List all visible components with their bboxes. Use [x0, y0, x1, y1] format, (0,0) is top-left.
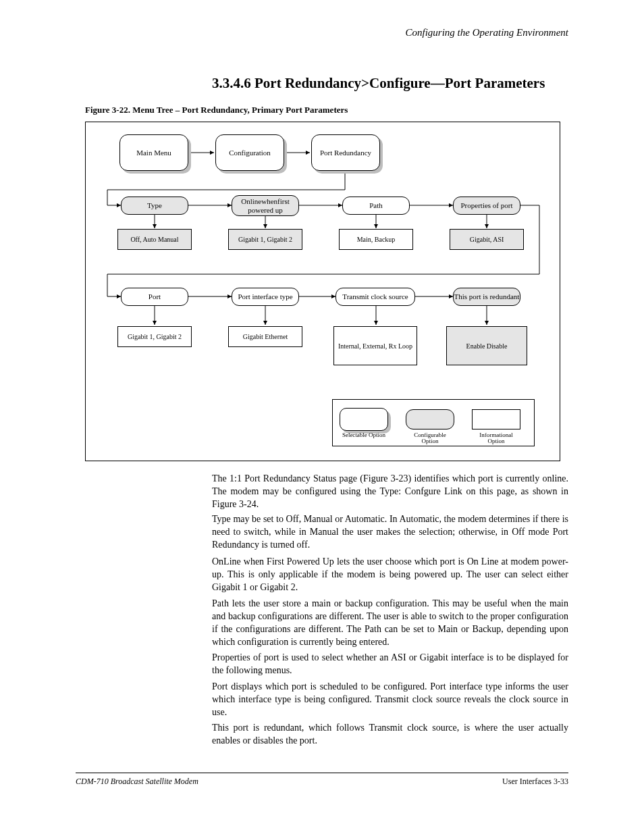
legend-box: Selectable Option Configurable Option In…: [332, 399, 535, 446]
chapter-header: Configuring the Operating Environment: [405, 27, 568, 38]
opt-this-port-redundant: Enable Disable: [446, 326, 527, 365]
flow-tx-clock: Transmit clock source: [336, 288, 415, 306]
legend-configurable-swatch: [406, 409, 454, 429]
flow-port-if-type: Port interface type: [232, 288, 299, 306]
flow-port-redundancy: Port Redundancy: [311, 134, 380, 171]
para-properties-of-port: Properties of port is used to select whe…: [212, 652, 568, 677]
footer-rule: [76, 773, 568, 773]
opt-online: Gigabit 1, Gigabit 2: [228, 229, 302, 250]
opt-path: Main, Backup: [339, 229, 413, 250]
footer-left: CDM-710 Broadcast Satellite Modem: [76, 777, 198, 787]
opt-port-if-type: Gigabit Ethernet: [228, 326, 302, 347]
para-overview: The 1:1 Port Redundancy Status page (Fig…: [212, 473, 568, 511]
para-port-clock: Port displays which port is scheduled to…: [212, 681, 568, 719]
para-path: Path lets the user store a main or backu…: [212, 598, 568, 649]
flow-path: Path: [342, 197, 410, 215]
legend-selectable-label: Selectable Option: [340, 432, 388, 438]
opt-port: Gigabit 1, Gigabit 2: [117, 326, 192, 347]
flow-online-powerup: Onlinewhenfirst powered up: [232, 195, 299, 216]
document-page: Configuring the Operating Environment 3.…: [0, 0, 644, 834]
flow-type: Type: [121, 197, 188, 215]
flow-properties-of-port: Properties of port: [453, 197, 520, 215]
legend-selectable-swatch: [340, 408, 388, 431]
flow-port: Port: [121, 288, 188, 306]
para-online: OnLine when First Powered Up lets the us…: [212, 556, 568, 594]
footer-right: User Interfaces 3-33: [502, 777, 568, 787]
opt-tx-clock: Internal, External, Rx Loop: [333, 326, 417, 365]
para-type: Type may be set to Off, Manual or Automa…: [212, 513, 568, 552]
legend-configurable-label: Configurable Option: [406, 432, 454, 445]
flow-configuration: Configuration: [215, 134, 284, 171]
flow-main-menu: Main Menu: [119, 134, 188, 171]
opt-type: Off, Auto Manual: [117, 229, 192, 250]
figure-box: Main Menu Configuration Port Redundancy …: [85, 122, 560, 461]
para-this-port: This port is redundant, which follows Tr…: [212, 722, 568, 748]
section-title: 3.3.4.6 Port Redundancy>Configure—Port P…: [212, 75, 545, 92]
flow-this-port-redundant: This port is redundant: [453, 288, 520, 306]
legend-info-swatch: [472, 409, 520, 429]
figure-caption: Figure 3-22. Menu Tree – Port Redundancy…: [85, 105, 348, 115]
opt-properties: Gigabit, ASI: [450, 229, 524, 250]
legend-info-label: Informational Option: [472, 432, 520, 445]
